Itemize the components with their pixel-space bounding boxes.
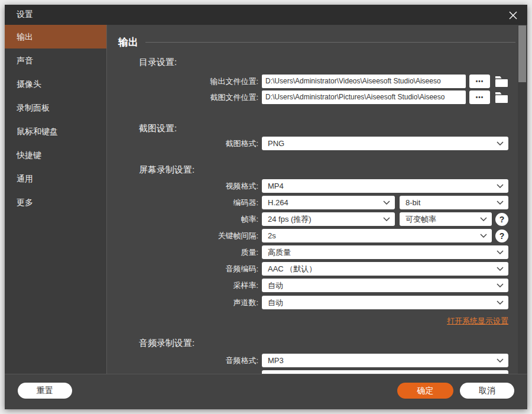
row-screenshot-format: 截图格式: PNG bbox=[108, 137, 508, 150]
row-framerate: 帧率: 24 fps (推荐) 可变帧率 ? bbox=[108, 212, 508, 226]
section-title-screenshot: 截图设置: bbox=[139, 123, 177, 134]
chevron-down-icon bbox=[383, 200, 390, 205]
chevron-down-icon bbox=[383, 217, 390, 221]
chevron-down-icon bbox=[497, 358, 504, 363]
audio-format-select[interactable]: MP3 bbox=[262, 354, 508, 367]
window-title: 设置 bbox=[17, 9, 33, 20]
sample-rate-select[interactable]: 自动 bbox=[262, 279, 508, 292]
scrollbar-thumb[interactable] bbox=[518, 25, 526, 82]
row-encoder: 编码器: H.264 8-bit bbox=[108, 196, 508, 209]
field-label: 声道数: bbox=[108, 297, 258, 308]
titlebar: 设置 bbox=[5, 5, 527, 25]
system-display-link-row: 打开系统显示设置 bbox=[108, 315, 508, 326]
row-quality: 质量: 高质量 bbox=[108, 245, 508, 259]
row-sample-rate: 采样率: 自动 bbox=[108, 279, 508, 292]
encoder-select[interactable]: H.264 bbox=[262, 196, 395, 209]
chevron-down-icon bbox=[497, 300, 504, 305]
row-output-path: 输出文件位置: D:\Users\Administrator\Videos\Ai… bbox=[108, 75, 508, 88]
open-folder-icon[interactable] bbox=[495, 75, 508, 88]
field-label: 编码器: bbox=[108, 198, 258, 208]
video-format-select[interactable]: MP4 bbox=[262, 179, 508, 193]
field-label: 输出文件位置: bbox=[108, 76, 258, 87]
section-title-audio-recording: 音频录制设置: bbox=[139, 338, 194, 349]
chevron-down-icon bbox=[497, 184, 504, 188]
keyframe-interval-select[interactable]: 2s bbox=[262, 229, 492, 242]
sidebar-item-mouse-keyboard[interactable]: 鼠标和键盘 bbox=[5, 119, 106, 143]
close-icon[interactable] bbox=[507, 9, 519, 21]
help-icon[interactable]: ? bbox=[495, 229, 508, 242]
snapshot-path-input[interactable]: D:\Users\Administrator\Pictures\Aiseesof… bbox=[262, 90, 466, 104]
sidebar-item-output[interactable]: 输出 bbox=[5, 25, 106, 48]
sidebar-item-sound[interactable]: 声音 bbox=[5, 48, 106, 72]
quality-select[interactable]: 高质量 bbox=[262, 245, 508, 259]
settings-dialog: 设置 输出 声音 摄像头 录制面板 鼠标和键盘 快捷键 通用 更多 输出 目录设… bbox=[5, 5, 527, 409]
output-path-input[interactable]: D:\Users\Administrator\Videos\Aiseesoft … bbox=[262, 75, 466, 88]
channels-select[interactable]: 自动 bbox=[262, 296, 508, 309]
row-snapshot-path: 截图文件位置: D:\Users\Administrator\Pictures\… bbox=[108, 90, 508, 104]
ok-button[interactable]: 确定 bbox=[397, 383, 453, 399]
field-label: 帧率: bbox=[108, 214, 258, 225]
row-video-format: 视频格式: MP4 bbox=[108, 179, 508, 193]
chevron-down-icon bbox=[480, 217, 487, 221]
sidebar-item-general[interactable]: 通用 bbox=[5, 167, 106, 190]
page-title: 输出 bbox=[118, 35, 138, 49]
field-label: 音频格式: bbox=[108, 355, 258, 366]
bit-depth-select[interactable]: 8-bit bbox=[400, 196, 508, 209]
field-label: 截图格式: bbox=[108, 138, 258, 149]
field-label: 质量: bbox=[108, 247, 258, 258]
footer: 重置 确定 取消 bbox=[5, 374, 527, 409]
sidebar-item-camera[interactable]: 摄像头 bbox=[5, 72, 106, 96]
screenshot-format-select[interactable]: PNG bbox=[262, 137, 508, 150]
sidebar-item-recording-panel[interactable]: 录制面板 bbox=[5, 96, 106, 119]
browse-button[interactable]: ••• bbox=[469, 90, 490, 104]
field-label: 音频编码: bbox=[108, 264, 258, 274]
chevron-down-icon bbox=[497, 283, 504, 287]
chevron-down-icon bbox=[497, 141, 504, 145]
section-title-recording: 屏幕录制设置: bbox=[139, 164, 194, 176]
field-label: 关键帧间隔: bbox=[108, 231, 258, 241]
row-keyframe-interval: 关键帧间隔: 2s ? bbox=[108, 229, 508, 242]
section-title-directory: 目录设置: bbox=[139, 57, 177, 68]
sidebar-item-more[interactable]: 更多 bbox=[5, 190, 106, 214]
browse-button[interactable]: ••• bbox=[469, 75, 490, 88]
chevron-down-icon bbox=[497, 200, 504, 205]
open-folder-icon[interactable] bbox=[495, 90, 508, 104]
field-label: 截图文件位置: bbox=[108, 92, 258, 103]
field-label: 视频格式: bbox=[108, 181, 258, 192]
row-audio-format: 音频格式: MP3 bbox=[108, 354, 508, 367]
chevron-down-icon bbox=[480, 234, 487, 238]
field-label: 采样率: bbox=[108, 280, 258, 291]
chevron-down-icon bbox=[497, 250, 504, 254]
scrollbar-track[interactable] bbox=[518, 25, 527, 374]
row-audio-codec: 音频编码: AAC （默认） bbox=[108, 262, 508, 276]
content-panel: 输出 目录设置: 输出文件位置: D:\Users\Administrator\… bbox=[108, 25, 518, 374]
framerate-mode-select[interactable]: 可变帧率 bbox=[400, 212, 492, 226]
help-icon[interactable]: ? bbox=[495, 213, 508, 226]
framerate-select[interactable]: 24 fps (推荐) bbox=[262, 212, 395, 226]
cancel-button[interactable]: 取消 bbox=[460, 383, 514, 399]
audio-codec-select[interactable]: AAC （默认） bbox=[262, 262, 508, 276]
open-system-display-settings-link[interactable]: 打开系统显示设置 bbox=[447, 316, 508, 325]
sidebar-item-hotkeys[interactable]: 快捷键 bbox=[5, 143, 106, 167]
chevron-down-icon bbox=[497, 267, 504, 271]
reset-button[interactable]: 重置 bbox=[18, 383, 72, 399]
sidebar: 输出 声音 摄像头 录制面板 鼠标和键盘 快捷键 通用 更多 bbox=[5, 25, 107, 374]
row-channels: 声道数: 自动 bbox=[108, 296, 508, 309]
heading-divider bbox=[145, 42, 515, 43]
